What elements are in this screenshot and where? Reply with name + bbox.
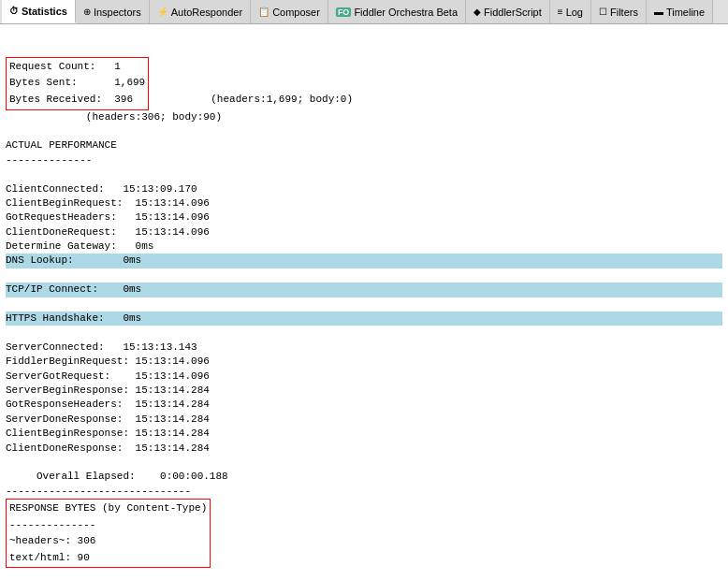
server-connected: ServerConnected: 15:13:13.143 — [6, 341, 197, 353]
stats-body: Request Count: 1 Bytes Sent: 1,699 Bytes… — [6, 28, 722, 580]
statistics-content: Request Count: 1 Bytes Sent: 1,699 Bytes… — [0, 24, 728, 580]
timeline-icon: ▬ — [654, 7, 663, 17]
log-icon: ≡ — [558, 7, 563, 17]
headers-body-sent: (headers:1,699; body:0) — [211, 94, 353, 105]
tab-inspectors[interactable]: ⊕ Inspectors — [76, 0, 150, 23]
fiddler-begin-request: FiddlerBeginRequest: 15:13:14.096 — [6, 355, 210, 367]
separator-1: ------------------------------ — [6, 486, 191, 497]
determine-gateway: Determine Gateway: 0ms — [6, 240, 153, 252]
https-handshake-row: HTTPS Handshake: 0ms — [6, 312, 722, 326]
tab-fiddler-orchestra[interactable]: FO Fiddler Orchestra Beta — [328, 0, 466, 23]
got-request-headers: GotRequestHeaders: 15:13:14.096 — [6, 211, 210, 223]
got-response-headers: GotResponseHeaders: 15:13:14.284 — [6, 399, 210, 410]
server-got-request: ServerGotRequest: 15:13:14.096 — [6, 370, 210, 382]
client-begin-request: ClientBeginRequest: 15:13:14.096 — [6, 197, 210, 209]
fiddler-orchestra-icon: FO — [336, 7, 352, 17]
inspectors-icon: ⊕ — [83, 7, 91, 17]
tab-autoresponder[interactable]: ⚡ AutoResponder — [150, 0, 251, 23]
overall-elapsed: Overall Elapsed: 0:00:00.188 — [6, 471, 228, 482]
client-done-response: ClientDoneResponse: 15:13:14.284 — [6, 442, 210, 454]
filters-icon: ☐ — [599, 7, 607, 17]
fiddlerscript-icon: ◆ — [473, 7, 481, 17]
tab-fiddlerscript[interactable]: ◆ FiddlerScript — [466, 0, 550, 23]
tab-filters[interactable]: ☐ Filters — [591, 0, 647, 23]
autoresponder-icon: ⚡ — [157, 7, 168, 17]
server-done-response: ServerDoneResponse: 15:13:14.284 — [6, 413, 210, 425]
composer-icon: 📋 — [258, 7, 269, 17]
client-begin-response: ClientBeginResponse: 15:13:14.284 — [6, 428, 210, 439]
tab-log[interactable]: ≡ Log — [550, 0, 591, 23]
dns-lookup-row: DNS Lookup: 0ms — [6, 254, 722, 268]
statistics-icon: ⏱ — [9, 6, 19, 16]
response-bytes-section: RESPONSE BYTES (by Content-Type) -------… — [6, 552, 211, 563]
tab-timeline[interactable]: ▬ Timeline — [647, 0, 713, 23]
tab-statistics[interactable]: ⏱ Statistics — [2, 0, 76, 23]
headers-body-received: (headers:306; body:90) — [86, 111, 222, 123]
server-begin-response: ServerBeginResponse: 15:13:14.284 — [6, 384, 210, 396]
tcp-connect-row: TCP/IP Connect: 0ms — [6, 283, 722, 297]
toolbar: ⏱ Statistics ⊕ Inspectors ⚡ AutoResponde… — [0, 0, 728, 24]
actual-performance-header: ACTUAL PERFORMANCE -------------- — [6, 139, 117, 165]
client-connected: ClientConnected: 15:13:09.170 — [6, 183, 197, 195]
tab-composer[interactable]: 📋 Composer — [251, 0, 328, 23]
requests-section: Request Count: 1 Bytes Sent: 1,699 Bytes… — [6, 94, 353, 123]
client-done-request: ClientDoneRequest: 15:13:14.096 — [6, 226, 210, 238]
